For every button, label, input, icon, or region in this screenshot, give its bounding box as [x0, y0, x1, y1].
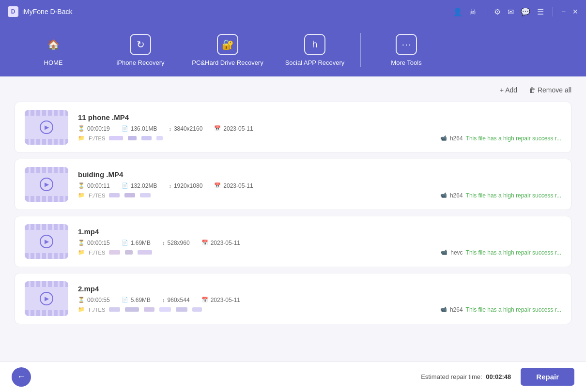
- file-path-row: 📁 F:/TES 📹 h264 This file has a high rep…: [78, 306, 561, 313]
- remove-all-button[interactable]: 🗑 Remove all: [529, 86, 571, 94]
- size-meta: 📄 5.69MB: [122, 297, 151, 303]
- duration-value: 00:00:19: [87, 125, 110, 132]
- titlebar-left: D iMyFone D-Back: [8, 6, 72, 17]
- back-button[interactable]: ←: [12, 367, 31, 387]
- codec-success: 📹 h264 This file has a high repair succe…: [440, 135, 561, 142]
- repair-time-label: Estimated repair time: 00:02:48: [421, 373, 511, 380]
- codec-success: 📹 hevc This file has a high repair succe…: [441, 249, 561, 256]
- play-icon[interactable]: ▶: [40, 235, 53, 248]
- chat-icon[interactable]: 💬: [521, 7, 530, 16]
- folder-icon: 📁: [78, 249, 85, 256]
- folder-icon: 📁: [78, 192, 85, 198]
- resolution-value: 528x960: [168, 240, 190, 246]
- resolution-icon: ↕: [169, 183, 171, 189]
- resolution-icon: ↕: [162, 297, 165, 303]
- duration-value: 00:00:11: [87, 182, 110, 189]
- menu-icon[interactable]: ☰: [537, 7, 544, 16]
- resolution-value: 3840x2160: [174, 125, 202, 132]
- app-title: iMyFone D-Back: [22, 8, 72, 15]
- file-item: ▶ 2.mp4 ⏳ 00:00:55 📄 5.69MB ↕ 960x544: [15, 273, 571, 324]
- film-strip-top: [25, 110, 68, 116]
- main-content: + Add 🗑 Remove all ▶ 11 phone .MP4 ⏳ 00:…: [0, 76, 586, 361]
- date-meta: 📅 2023-05-11: [201, 297, 240, 303]
- nav-item-more-tools[interactable]: ⋯ More Tools: [363, 28, 450, 72]
- file-meta-row: ⏳ 00:00:55 📄 5.69MB ↕ 960x544 📅 2023-05-…: [78, 297, 561, 303]
- play-icon[interactable]: ▶: [40, 292, 53, 305]
- app-logo: D: [8, 6, 18, 17]
- resolution-meta: ↕ 3840x2160: [169, 125, 202, 132]
- clock-icon: ⏳: [78, 182, 85, 189]
- file-info: 11 phone .MP4 ⏳ 00:00:19 📄 136.01MB ↕ 38…: [78, 113, 561, 142]
- social-app-icon: ｈ: [304, 34, 325, 55]
- navbar: 🏠 HOME ↻ iPhone Recovery 🔐 PC&Hard Drive…: [0, 23, 586, 76]
- codec-icon: 📹: [440, 135, 447, 141]
- play-icon[interactable]: ▶: [40, 178, 53, 191]
- codec-icon: 📹: [440, 192, 447, 198]
- resolution-value: 1920x1080: [174, 182, 202, 189]
- resolution-icon: ↕: [169, 126, 171, 132]
- codec-icon: 📹: [440, 306, 447, 313]
- film-strip-top: [25, 224, 68, 230]
- success-status: This file has a high repair success r...: [466, 306, 561, 313]
- path-prefix: F:/TES: [89, 307, 105, 313]
- nav-item-home[interactable]: 🏠 HOME: [10, 28, 97, 72]
- date-value: 2023-05-11: [211, 240, 240, 246]
- success-status: This file has a high repair success r...: [466, 249, 561, 256]
- add-button[interactable]: + Add: [500, 86, 517, 94]
- file-path-row: 📁 F:/TES 📹 hevc This file has a high rep…: [78, 249, 561, 256]
- minimize-button[interactable]: −: [562, 8, 566, 15]
- file-name: 1.mp4: [78, 227, 561, 236]
- resolution-meta: ↕ 1920x1080: [169, 182, 202, 189]
- calendar-icon: 📅: [214, 182, 221, 189]
- nav-item-social-app[interactable]: ｈ Social APP Recovery: [271, 28, 358, 72]
- close-button[interactable]: ✕: [572, 8, 578, 15]
- file-name: 2.mp4: [78, 285, 561, 293]
- calendar-icon: 📅: [214, 125, 221, 132]
- folder-icon: 📁: [78, 306, 85, 313]
- file-thumbnail: ▶: [25, 167, 68, 202]
- nav-label-iphone: iPhone Recovery: [117, 59, 165, 66]
- folder-icon: 📁: [78, 135, 85, 141]
- footer: ← Estimated repair time: 00:02:48 Repair: [0, 361, 586, 392]
- file-item: ▶ 11 phone .MP4 ⏳ 00:00:19 📄 136.01MB ↕ …: [15, 102, 571, 153]
- titlebar-separator2: [553, 7, 553, 16]
- nav-label-pc: PC&Hard Drive Recovery: [192, 59, 263, 66]
- size-value: 5.69MB: [131, 297, 151, 303]
- film-strip-bottom: [25, 139, 68, 145]
- file-thumbnail: ▶: [25, 281, 68, 316]
- file-name: buiding .MP4: [78, 170, 561, 179]
- titlebar: D iMyFone D-Back 👤 ☠ ⚙ ✉ 💬 ☰ − ✕: [0, 0, 586, 23]
- play-icon[interactable]: ▶: [40, 121, 53, 134]
- file-meta-row: ⏳ 00:00:11 📄 132.02MB ↕ 1920x1080 📅 2023…: [78, 182, 561, 189]
- codec-icon: 📹: [441, 249, 447, 256]
- nav-item-pc-recovery[interactable]: 🔐 PC&Hard Drive Recovery: [184, 28, 271, 72]
- mail-icon[interactable]: ✉: [508, 7, 514, 16]
- file-name: 11 phone .MP4: [78, 113, 561, 121]
- repair-button[interactable]: Repair: [521, 368, 574, 386]
- resolution-meta: ↕ 960x544: [162, 297, 190, 303]
- settings-icon[interactable]: ⚙: [494, 7, 501, 16]
- calendar-icon: 📅: [201, 297, 208, 303]
- resolution-icon: ↕: [162, 240, 165, 246]
- codec-value: h264: [450, 192, 463, 199]
- success-status: This file has a high repair success r...: [466, 135, 561, 142]
- more-tools-icon: ⋯: [396, 34, 417, 55]
- file-path-row: 📁 F:/TES 📹 h264 This file has a high rep…: [78, 192, 561, 199]
- size-meta: 📄 136.01MB: [122, 125, 157, 132]
- size-meta: 📄 1.69MB: [122, 240, 151, 246]
- discord-icon[interactable]: ☠: [469, 7, 476, 16]
- file-info: 2.mp4 ⏳ 00:00:55 📄 5.69MB ↕ 960x544 📅 20…: [78, 285, 561, 313]
- size-value: 132.02MB: [131, 182, 157, 189]
- file-meta-row: ⏳ 00:00:19 📄 136.01MB ↕ 3840x2160 📅 2023…: [78, 125, 561, 132]
- nav-item-iphone-recovery[interactable]: ↻ iPhone Recovery: [97, 28, 184, 72]
- path-prefix: F:/TES: [89, 136, 105, 141]
- size-value: 1.69MB: [131, 240, 151, 246]
- avatar-icon[interactable]: 👤: [453, 7, 463, 16]
- film-strip-bottom: [25, 196, 68, 202]
- calendar-icon: 📅: [201, 240, 208, 246]
- film-strip-bottom: [25, 310, 68, 316]
- home-icon: 🏠: [43, 34, 64, 55]
- duration-meta: ⏳ 00:00:11: [78, 182, 110, 189]
- codec-value: h264: [450, 306, 463, 313]
- titlebar-separator: [485, 7, 485, 16]
